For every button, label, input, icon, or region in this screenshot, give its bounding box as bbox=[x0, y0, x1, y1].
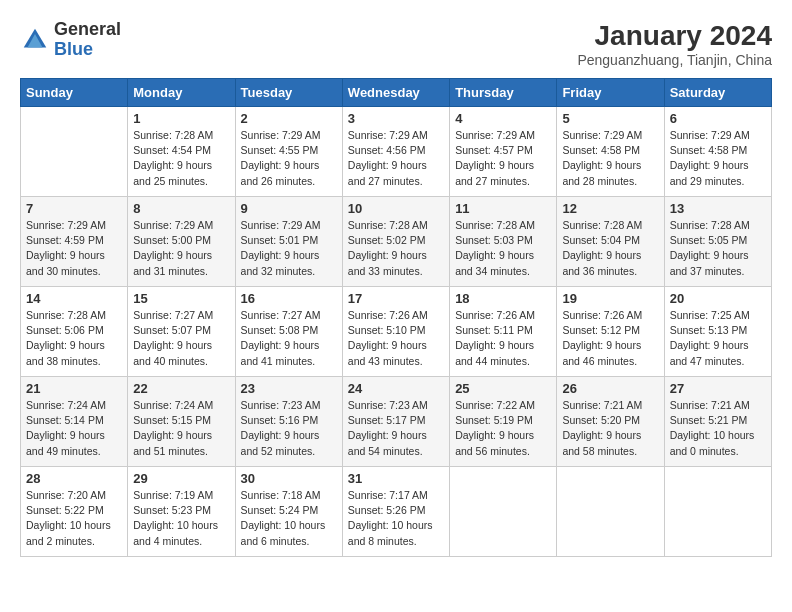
calendar-cell: 3Sunrise: 7:29 AMSunset: 4:56 PMDaylight… bbox=[342, 107, 449, 197]
week-row-4: 21Sunrise: 7:24 AMSunset: 5:14 PMDayligh… bbox=[21, 377, 772, 467]
calendar-cell: 18Sunrise: 7:26 AMSunset: 5:11 PMDayligh… bbox=[450, 287, 557, 377]
calendar-cell bbox=[557, 467, 664, 557]
day-number: 2 bbox=[241, 111, 337, 126]
logo: General Blue bbox=[20, 20, 121, 60]
day-info: Sunrise: 7:22 AMSunset: 5:19 PMDaylight:… bbox=[455, 398, 551, 459]
weekday-header-saturday: Saturday bbox=[664, 79, 771, 107]
calendar-table: SundayMondayTuesdayWednesdayThursdayFrid… bbox=[20, 78, 772, 557]
week-row-1: 1Sunrise: 7:28 AMSunset: 4:54 PMDaylight… bbox=[21, 107, 772, 197]
day-info: Sunrise: 7:29 AMSunset: 4:59 PMDaylight:… bbox=[26, 218, 122, 279]
day-info: Sunrise: 7:17 AMSunset: 5:26 PMDaylight:… bbox=[348, 488, 444, 549]
week-row-3: 14Sunrise: 7:28 AMSunset: 5:06 PMDayligh… bbox=[21, 287, 772, 377]
day-info: Sunrise: 7:21 AMSunset: 5:20 PMDaylight:… bbox=[562, 398, 658, 459]
title-block: January 2024 Penguanzhuang, Tianjin, Chi… bbox=[577, 20, 772, 68]
calendar-cell: 28Sunrise: 7:20 AMSunset: 5:22 PMDayligh… bbox=[21, 467, 128, 557]
calendar-cell: 10Sunrise: 7:28 AMSunset: 5:02 PMDayligh… bbox=[342, 197, 449, 287]
calendar-cell: 24Sunrise: 7:23 AMSunset: 5:17 PMDayligh… bbox=[342, 377, 449, 467]
weekday-header-thursday: Thursday bbox=[450, 79, 557, 107]
day-number: 7 bbox=[26, 201, 122, 216]
day-number: 5 bbox=[562, 111, 658, 126]
logo-text: General Blue bbox=[54, 20, 121, 60]
day-info: Sunrise: 7:27 AMSunset: 5:07 PMDaylight:… bbox=[133, 308, 229, 369]
day-info: Sunrise: 7:29 AMSunset: 4:58 PMDaylight:… bbox=[562, 128, 658, 189]
day-number: 15 bbox=[133, 291, 229, 306]
calendar-cell: 7Sunrise: 7:29 AMSunset: 4:59 PMDaylight… bbox=[21, 197, 128, 287]
day-number: 10 bbox=[348, 201, 444, 216]
calendar-cell: 9Sunrise: 7:29 AMSunset: 5:01 PMDaylight… bbox=[235, 197, 342, 287]
day-info: Sunrise: 7:29 AMSunset: 5:01 PMDaylight:… bbox=[241, 218, 337, 279]
page-header: General Blue January 2024 Penguanzhuang,… bbox=[20, 20, 772, 68]
day-info: Sunrise: 7:28 AMSunset: 5:04 PMDaylight:… bbox=[562, 218, 658, 279]
calendar-cell: 8Sunrise: 7:29 AMSunset: 5:00 PMDaylight… bbox=[128, 197, 235, 287]
day-number: 20 bbox=[670, 291, 766, 306]
day-number: 17 bbox=[348, 291, 444, 306]
calendar-cell: 29Sunrise: 7:19 AMSunset: 5:23 PMDayligh… bbox=[128, 467, 235, 557]
day-number: 16 bbox=[241, 291, 337, 306]
day-number: 18 bbox=[455, 291, 551, 306]
day-number: 25 bbox=[455, 381, 551, 396]
calendar-cell bbox=[664, 467, 771, 557]
day-number: 22 bbox=[133, 381, 229, 396]
day-info: Sunrise: 7:28 AMSunset: 5:06 PMDaylight:… bbox=[26, 308, 122, 369]
day-info: Sunrise: 7:23 AMSunset: 5:16 PMDaylight:… bbox=[241, 398, 337, 459]
week-row-5: 28Sunrise: 7:20 AMSunset: 5:22 PMDayligh… bbox=[21, 467, 772, 557]
day-info: Sunrise: 7:28 AMSunset: 5:03 PMDaylight:… bbox=[455, 218, 551, 279]
calendar-cell: 23Sunrise: 7:23 AMSunset: 5:16 PMDayligh… bbox=[235, 377, 342, 467]
calendar-cell: 15Sunrise: 7:27 AMSunset: 5:07 PMDayligh… bbox=[128, 287, 235, 377]
day-number: 21 bbox=[26, 381, 122, 396]
logo-icon bbox=[20, 25, 50, 55]
day-info: Sunrise: 7:28 AMSunset: 5:02 PMDaylight:… bbox=[348, 218, 444, 279]
day-number: 12 bbox=[562, 201, 658, 216]
calendar-cell: 12Sunrise: 7:28 AMSunset: 5:04 PMDayligh… bbox=[557, 197, 664, 287]
calendar-cell: 16Sunrise: 7:27 AMSunset: 5:08 PMDayligh… bbox=[235, 287, 342, 377]
calendar-cell: 11Sunrise: 7:28 AMSunset: 5:03 PMDayligh… bbox=[450, 197, 557, 287]
day-number: 8 bbox=[133, 201, 229, 216]
day-info: Sunrise: 7:27 AMSunset: 5:08 PMDaylight:… bbox=[241, 308, 337, 369]
weekday-header-sunday: Sunday bbox=[21, 79, 128, 107]
calendar-cell: 25Sunrise: 7:22 AMSunset: 5:19 PMDayligh… bbox=[450, 377, 557, 467]
day-number: 26 bbox=[562, 381, 658, 396]
logo-blue: Blue bbox=[54, 40, 121, 60]
week-row-2: 7Sunrise: 7:29 AMSunset: 4:59 PMDaylight… bbox=[21, 197, 772, 287]
day-info: Sunrise: 7:26 AMSunset: 5:10 PMDaylight:… bbox=[348, 308, 444, 369]
day-info: Sunrise: 7:28 AMSunset: 5:05 PMDaylight:… bbox=[670, 218, 766, 279]
calendar-cell: 1Sunrise: 7:28 AMSunset: 4:54 PMDaylight… bbox=[128, 107, 235, 197]
day-number: 4 bbox=[455, 111, 551, 126]
day-info: Sunrise: 7:24 AMSunset: 5:14 PMDaylight:… bbox=[26, 398, 122, 459]
day-number: 24 bbox=[348, 381, 444, 396]
calendar-cell: 21Sunrise: 7:24 AMSunset: 5:14 PMDayligh… bbox=[21, 377, 128, 467]
weekday-header-wednesday: Wednesday bbox=[342, 79, 449, 107]
day-number: 23 bbox=[241, 381, 337, 396]
day-number: 6 bbox=[670, 111, 766, 126]
calendar-cell: 20Sunrise: 7:25 AMSunset: 5:13 PMDayligh… bbox=[664, 287, 771, 377]
day-info: Sunrise: 7:20 AMSunset: 5:22 PMDaylight:… bbox=[26, 488, 122, 549]
calendar-cell: 13Sunrise: 7:28 AMSunset: 5:05 PMDayligh… bbox=[664, 197, 771, 287]
calendar-cell: 17Sunrise: 7:26 AMSunset: 5:10 PMDayligh… bbox=[342, 287, 449, 377]
day-number: 27 bbox=[670, 381, 766, 396]
day-number: 1 bbox=[133, 111, 229, 126]
calendar-cell: 19Sunrise: 7:26 AMSunset: 5:12 PMDayligh… bbox=[557, 287, 664, 377]
day-info: Sunrise: 7:19 AMSunset: 5:23 PMDaylight:… bbox=[133, 488, 229, 549]
location: Penguanzhuang, Tianjin, China bbox=[577, 52, 772, 68]
calendar-cell: 30Sunrise: 7:18 AMSunset: 5:24 PMDayligh… bbox=[235, 467, 342, 557]
day-number: 3 bbox=[348, 111, 444, 126]
day-number: 31 bbox=[348, 471, 444, 486]
day-number: 19 bbox=[562, 291, 658, 306]
weekday-header-friday: Friday bbox=[557, 79, 664, 107]
day-number: 9 bbox=[241, 201, 337, 216]
calendar-cell bbox=[450, 467, 557, 557]
day-info: Sunrise: 7:29 AMSunset: 4:56 PMDaylight:… bbox=[348, 128, 444, 189]
day-info: Sunrise: 7:28 AMSunset: 4:54 PMDaylight:… bbox=[133, 128, 229, 189]
day-number: 11 bbox=[455, 201, 551, 216]
day-info: Sunrise: 7:25 AMSunset: 5:13 PMDaylight:… bbox=[670, 308, 766, 369]
day-number: 28 bbox=[26, 471, 122, 486]
calendar-cell: 22Sunrise: 7:24 AMSunset: 5:15 PMDayligh… bbox=[128, 377, 235, 467]
day-info: Sunrise: 7:29 AMSunset: 4:55 PMDaylight:… bbox=[241, 128, 337, 189]
day-number: 14 bbox=[26, 291, 122, 306]
calendar-cell: 26Sunrise: 7:21 AMSunset: 5:20 PMDayligh… bbox=[557, 377, 664, 467]
day-number: 29 bbox=[133, 471, 229, 486]
weekday-header-monday: Monday bbox=[128, 79, 235, 107]
weekday-header-tuesday: Tuesday bbox=[235, 79, 342, 107]
logo-general: General bbox=[54, 20, 121, 40]
calendar-cell: 14Sunrise: 7:28 AMSunset: 5:06 PMDayligh… bbox=[21, 287, 128, 377]
